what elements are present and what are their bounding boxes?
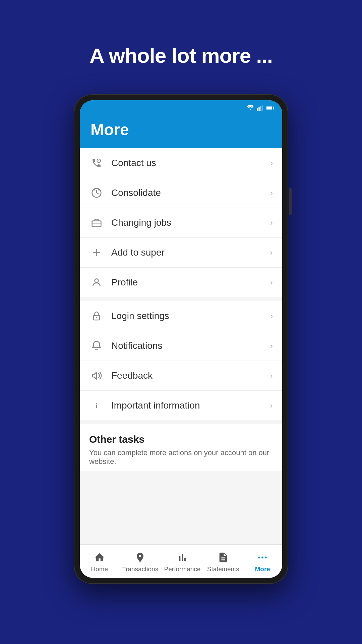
menu-item-contact-us[interactable]: Contact us › (80, 148, 282, 178)
info-icon (89, 398, 104, 413)
nav-more-label: More (255, 566, 270, 573)
megaphone-icon (89, 368, 104, 383)
phone-frame: More Contact us › (74, 94, 288, 584)
svg-rect-3 (262, 105, 263, 111)
battery-icon (266, 105, 274, 112)
other-tasks-section: Other tasks You can complete more action… (80, 424, 282, 471)
important-information-label: Important information (111, 400, 270, 411)
svg-rect-6 (267, 106, 272, 109)
menu-item-changing-jobs[interactable]: Changing jobs › (80, 208, 282, 238)
nav-home-label: Home (91, 566, 108, 573)
bell-icon (89, 338, 104, 353)
menu-item-important-information[interactable]: Important information › (80, 391, 282, 420)
svg-point-18 (96, 403, 97, 404)
menu-item-login-settings[interactable]: Login settings › (80, 301, 282, 331)
feedback-label: Feedback (111, 370, 270, 381)
changing-jobs-chevron: › (270, 218, 273, 227)
consolidate-label: Consolidate (111, 187, 270, 198)
nav-performance-label: Performance (164, 566, 201, 573)
wifi-icon (247, 105, 254, 112)
notifications-chevron: › (270, 341, 273, 351)
menu-content: Contact us › Consolidate › (80, 148, 282, 544)
nav-home[interactable]: Home (83, 551, 116, 573)
add-to-super-chevron: › (270, 248, 273, 257)
svg-rect-0 (257, 108, 258, 111)
feedback-chevron: › (270, 371, 273, 380)
svg-rect-9 (92, 221, 101, 227)
add-to-super-label: Add to super (111, 247, 270, 258)
login-settings-label: Login settings (111, 311, 270, 321)
svg-point-20 (261, 556, 263, 558)
side-button (289, 188, 292, 215)
menu-section-2: Login settings › Notifications › (80, 301, 282, 420)
signal-icon (257, 105, 263, 112)
nav-statements-label: Statements (207, 566, 239, 573)
nav-statements[interactable]: Statements (206, 551, 240, 573)
changing-jobs-label: Changing jobs (111, 217, 270, 228)
important-information-chevron: › (270, 401, 273, 410)
more-icon (256, 551, 268, 564)
lock-icon (89, 309, 104, 323)
contact-us-label: Contact us (111, 158, 270, 168)
nav-more[interactable]: More (246, 551, 279, 573)
home-icon (94, 551, 106, 564)
page-title: More (90, 120, 272, 139)
phone-icon (89, 156, 104, 170)
performance-icon (176, 551, 188, 564)
svg-point-15 (96, 317, 97, 318)
svg-point-21 (265, 556, 267, 558)
briefcase-icon (89, 215, 104, 230)
nav-transactions-label: Transactions (122, 566, 158, 573)
login-settings-chevron: › (270, 311, 273, 321)
profile-label: Profile (111, 277, 270, 288)
app-header: More (80, 115, 282, 148)
statements-icon (217, 551, 229, 564)
bottom-nav: Home Transactions Performance (80, 544, 282, 578)
notifications-label: Notifications (111, 340, 270, 351)
menu-section-1: Contact us › Consolidate › (80, 148, 282, 297)
other-tasks-description: You can complete more actions on your ac… (89, 448, 273, 466)
phone-screen: More Contact us › (80, 100, 282, 578)
svg-point-13 (95, 279, 99, 282)
svg-point-19 (258, 556, 260, 558)
other-tasks-title: Other tasks (89, 434, 273, 445)
consolidate-chevron: › (270, 188, 273, 198)
plus-icon (89, 245, 104, 260)
person-icon (89, 275, 104, 290)
profile-chevron: › (270, 278, 273, 287)
menu-item-consolidate[interactable]: Consolidate › (80, 178, 282, 208)
menu-item-profile[interactable]: Profile › (80, 268, 282, 297)
contact-us-chevron: › (270, 158, 273, 168)
svg-rect-2 (260, 106, 261, 111)
nav-transactions[interactable]: Transactions (122, 551, 158, 573)
menu-item-add-to-super[interactable]: Add to super › (80, 238, 282, 268)
svg-rect-1 (258, 107, 260, 111)
menu-item-feedback[interactable]: Feedback › (80, 361, 282, 391)
consolidate-icon (89, 185, 104, 200)
transactions-icon (134, 551, 146, 564)
status-bar (80, 100, 282, 115)
hero-title: A whole lot more ... (89, 44, 273, 67)
menu-item-notifications[interactable]: Notifications › (80, 331, 282, 361)
nav-performance[interactable]: Performance (164, 551, 201, 573)
svg-rect-5 (273, 107, 274, 109)
